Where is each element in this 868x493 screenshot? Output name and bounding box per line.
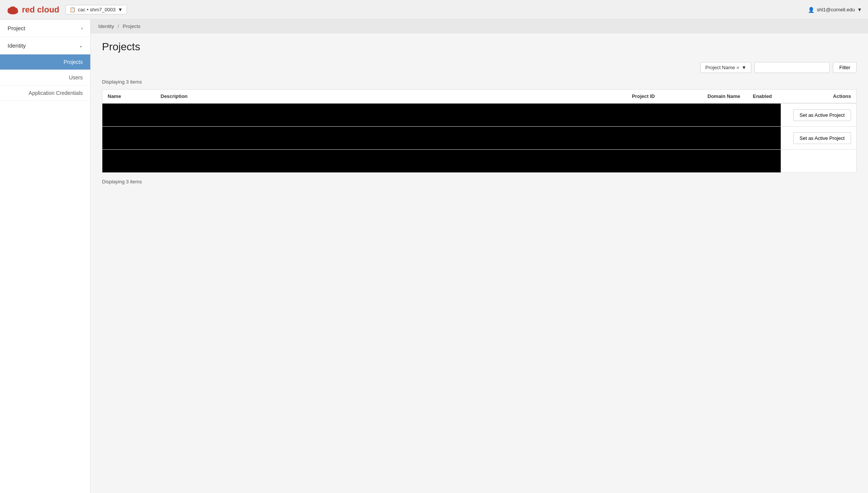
top-nav: red cloud 📋 cac • shm7_0003 ▼ 👤 shl1@cor… [0,0,868,20]
filter-select-dropdown[interactable]: Project Name = ▼ [700,62,751,73]
filter-select-arrow: ▼ [741,65,746,70]
main-layout: Project › Identity ⌄ Projects Users Appl… [0,20,868,493]
breadcrumb-separator: / [118,23,119,29]
table-row: Set as Active Project [102,127,856,150]
th-name: Name [108,90,161,103]
sidebar-item-projects[interactable]: Projects [0,54,90,70]
logo-area: red cloud [6,5,59,15]
user-icon: 👤 [808,7,814,13]
table-row: Set as Active Project [102,104,856,127]
project-selector-icon: 📋 [70,7,76,12]
logo-cloud-icon [6,5,20,15]
main-content: Identity / Projects Projects Project Nam… [91,20,868,493]
sidebar-project-label: Project [8,25,25,31]
filter-select-label: Project Name = [705,65,739,70]
project-selector[interactable]: 📋 cac • shm7_0003 ▼ [65,5,127,14]
table-header: Name Description Project ID Domain Name … [102,90,856,104]
sidebar-users-label: Users [69,74,83,81]
page-content-area: Projects Project Name = ▼ Filter Display… [91,33,868,197]
set-active-project-button-2[interactable]: Set as Active Project [793,132,851,144]
redacted-data-row2 [102,127,781,149]
top-nav-right: 👤 shl1@cornell.edu ▼ [808,7,862,13]
sidebar-item-identity[interactable]: Identity ⌄ [0,37,90,54]
sidebar-project-chevron: › [81,26,83,31]
sidebar-identity-label: Identity [8,42,26,49]
sidebar-projects-label: Projects [63,59,83,65]
filter-bar: Project Name = ▼ Filter [102,62,857,73]
filter-button[interactable]: Filter [833,62,857,73]
breadcrumb: Identity / Projects [91,20,868,33]
project-selector-chevron: ▼ [118,7,123,12]
svg-point-3 [9,6,16,12]
sidebar-app-creds-label: Application Credentials [29,90,83,96]
redacted-data-row1 [102,104,781,126]
sidebar-item-application-credentials[interactable]: Application Credentials [0,85,90,101]
set-active-project-button-1[interactable]: Set as Active Project [793,109,851,121]
sidebar-item-users[interactable]: Users [0,70,90,85]
th-description: Description [161,90,632,103]
actions-cell-row2: Set as Active Project [781,132,856,144]
displaying-text-bottom: Displaying 3 items [102,179,857,184]
breadcrumb-parent[interactable]: Identity [98,23,114,29]
user-dropdown-arrow: ▼ [857,7,862,12]
breadcrumb-current: Projects [123,23,141,29]
filter-input[interactable] [754,62,830,73]
logo-text: red cloud [22,6,59,14]
th-domain-name: Domain Name [707,90,753,103]
displaying-text-top: Displaying 3 items [102,79,857,85]
table-row [102,150,856,172]
project-selector-text: cac • shm7_0003 [78,7,116,12]
top-nav-left: red cloud 📋 cac • shm7_0003 ▼ [6,5,127,15]
sidebar: Project › Identity ⌄ Projects Users Appl… [0,20,91,493]
th-enabled: Enabled [753,90,783,103]
sidebar-identity-chevron: ⌄ [79,43,83,48]
th-actions: Actions [783,90,851,103]
redacted-data-row3 [102,150,781,172]
user-email: shl1@cornell.edu [817,7,855,12]
actions-cell-row1: Set as Active Project [781,109,856,121]
sidebar-item-project[interactable]: Project › [0,20,90,37]
projects-table: Name Description Project ID Domain Name … [102,89,857,173]
page-title: Projects [102,41,857,53]
th-project-id: Project ID [632,90,707,103]
